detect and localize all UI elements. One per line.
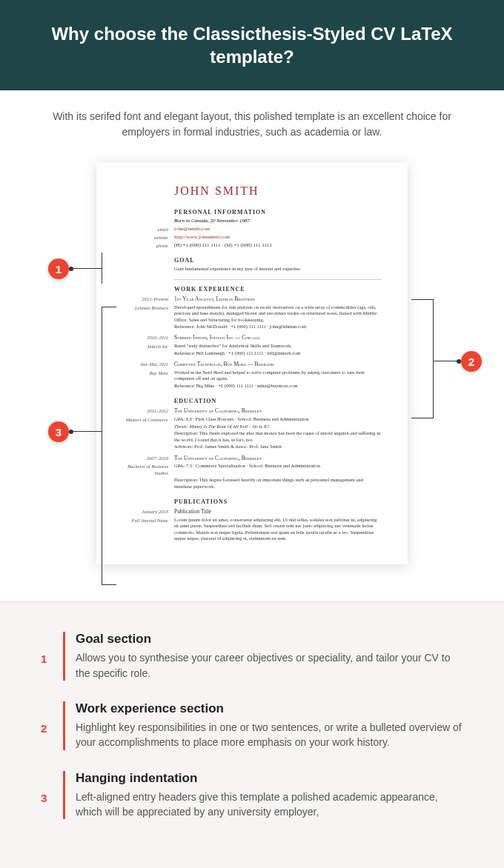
connector-line — [102, 307, 102, 584]
connector-line — [411, 418, 434, 418]
email-value: john@smith.com — [174, 226, 382, 233]
job-desc: Rated "truly distinctive" for Analytical… — [174, 343, 382, 350]
feature-title: Goal section — [76, 632, 463, 647]
annotation-badge-1: 1 — [48, 258, 69, 279]
feature-title: Hanging indentation — [76, 771, 463, 786]
annotation-badge-2: 2 — [461, 351, 482, 372]
website-value: http://www.johnsmith.com — [174, 234, 382, 241]
pub-side: Full Journal Name — [119, 517, 174, 542]
preview-area: 1 2 3 JOHN SMITH PERSONAL INFORMATION Bo… — [0, 162, 504, 601]
connector-line — [102, 584, 116, 585]
born-text: Born in Canada, 20 November 1987 — [174, 218, 382, 224]
feature-title: Work experience section — [76, 701, 463, 716]
connector-line — [434, 361, 460, 361]
divider — [174, 279, 382, 280]
phone-label: phone — [119, 242, 174, 250]
job-desc: Developed spreadsheets for risk analysis… — [174, 304, 382, 323]
section-personal-info: PERSONAL INFORMATION — [174, 209, 382, 216]
feature-number: 1 — [41, 632, 63, 681]
intro-section: With its serifed font and elegant layout… — [0, 90, 504, 162]
connector-line — [102, 253, 102, 284]
intro-text: With its serifed font and elegant layout… — [33, 109, 471, 140]
edu-school: The University of California, Berkeley — [174, 455, 382, 463]
pub-title: Publication Title — [174, 508, 382, 516]
pub-desc: Lorem ipsum dolor sit amet, consectetur … — [174, 517, 382, 542]
feature-item: 1 Goal section Allows you to synthesise … — [41, 632, 463, 681]
job-side: Initech Inc — [119, 343, 174, 350]
job-side: Buy More — [119, 370, 174, 382]
feature-number: 2 — [41, 701, 63, 750]
website-label: website — [119, 234, 174, 241]
resume-preview: JOHN SMITH PERSONAL INFORMATION Born in … — [96, 162, 408, 564]
job-title: Summer Intern, Initech Inc — Chicago — [174, 334, 260, 341]
section-publications: PUBLICATIONS — [174, 498, 382, 505]
connector-line — [70, 431, 102, 432]
email-label: email — [119, 226, 174, 233]
section-work: WORK EXPERIENCE — [174, 286, 382, 293]
connector-line — [70, 268, 102, 269]
phone-value: (H) +1 (000) 111 1111 · (M) +1 (000) 111… — [174, 242, 382, 250]
job-title: Computer Technician, Buy More — Burbank — [174, 361, 274, 367]
feature-desc: Highlight key responsibilities in one or… — [76, 720, 463, 750]
edu-school: The University of California, Berkeley — [174, 407, 382, 415]
job-title: 1st Year Analyst, Lehman Brothers — [174, 296, 255, 302]
job-side: Lehman Brothers — [119, 304, 174, 323]
connector-line — [411, 299, 434, 300]
job-ref: Reference: John McDonald · +1 (000) 111 … — [174, 324, 382, 330]
job-ref: Reference: Bill Lumbergh · +1 (000) 111 … — [174, 350, 382, 356]
annotation-badge-3: 3 — [48, 421, 69, 442]
job-desc: Worked in the Nerd Herd and helped to so… — [174, 370, 382, 382]
page-header: Why choose the Classicthesis-Styled CV L… — [0, 0, 504, 90]
resume-name: JOHN SMITH — [174, 184, 382, 198]
feature-item: 2 Work experience section Highlight key … — [41, 701, 463, 750]
features-section: 1 Goal section Allows you to synthesise … — [0, 601, 504, 868]
edu-side: Masters of Commerce — [119, 416, 174, 423]
feature-desc: Allows you to synthesise your career obj… — [76, 650, 463, 681]
section-education: EDUCATION — [174, 398, 382, 404]
section-goal: GOAL — [174, 257, 382, 264]
job-ref: Reference: Big Mike · +1 (000) 111 1111 … — [174, 383, 382, 389]
feature-number: 3 — [41, 771, 63, 820]
edu-side: Bachelor of Business Studies — [119, 463, 174, 476]
feature-desc: Left-aligned entry headers give this tem… — [76, 789, 463, 820]
goal-text: Gain fundamental experience in my area o… — [174, 266, 382, 272]
feature-item: 3 Hanging indentation Left-aligned entry… — [41, 771, 463, 820]
page-title: Why choose the Classicthesis-Styled CV L… — [30, 22, 474, 68]
connector-line — [102, 307, 116, 307]
connector-line — [433, 299, 434, 418]
